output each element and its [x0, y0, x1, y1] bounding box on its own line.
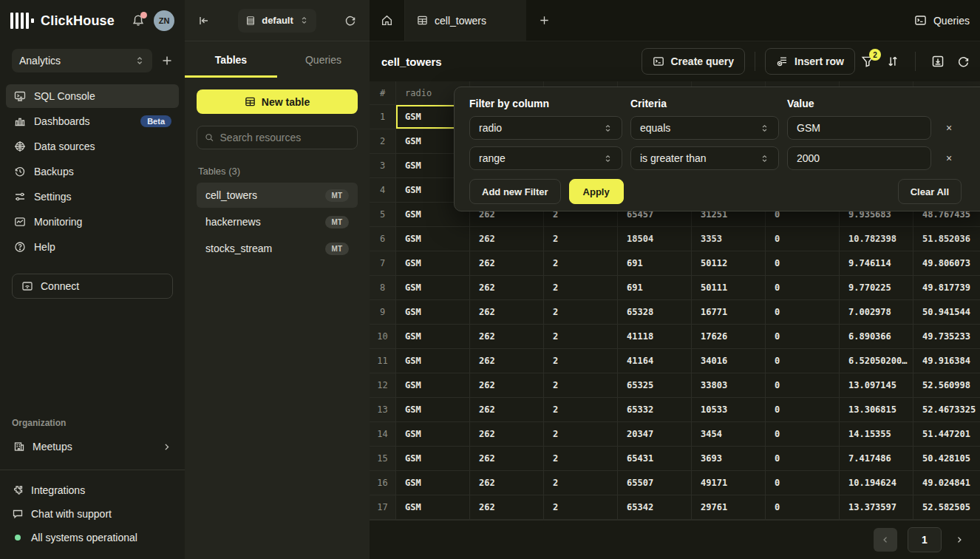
table-cell[interactable]: 18504 [618, 227, 692, 251]
table-cell[interactable]: 3454 [692, 422, 766, 446]
table-cell[interactable]: GSM [396, 251, 470, 275]
table-cell[interactable]: 51.447201 [913, 422, 980, 446]
insert-row-button[interactable]: Insert row [765, 48, 855, 75]
table-cell[interactable]: 52.560998 [913, 373, 980, 397]
table-cell[interactable]: GSM [396, 227, 470, 251]
table-cell[interactable]: 262 [470, 447, 544, 470]
previous-page-button[interactable] [874, 528, 897, 552]
add-workspace-button[interactable] [161, 55, 173, 67]
table-cell[interactable]: 10.194624 [840, 471, 913, 495]
table-cell[interactable]: 20347 [618, 422, 692, 446]
sidebar-item-backups[interactable]: Backups [6, 160, 179, 183]
table-cell[interactable]: 262 [470, 373, 544, 397]
new-tab-button[interactable] [526, 0, 562, 41]
filter-column-select[interactable]: radio [469, 116, 622, 140]
table-cell[interactable]: GSM [396, 495, 470, 519]
table-cell[interactable]: 2 [544, 398, 618, 421]
table-cell[interactable]: 49171 [692, 471, 766, 495]
table-cell[interactable]: GSM [396, 373, 470, 397]
table-cell[interactable]: 50.428105 [913, 447, 980, 470]
add-new-filter-button[interactable]: Add new Filter [469, 179, 561, 204]
table-cell[interactable]: 65328 [618, 300, 692, 324]
table-cell[interactable]: 7.002978 [840, 300, 913, 324]
table-cell[interactable]: 2 [544, 349, 618, 373]
table-cell[interactable]: 50.941544 [913, 300, 980, 324]
table-cell[interactable]: 49.916384 [913, 349, 980, 373]
table-cell[interactable]: 7.417486 [840, 447, 913, 470]
table-cell[interactable]: 262 [470, 471, 544, 495]
table-cell[interactable]: 0 [766, 276, 840, 299]
table-cell[interactable]: 0 [766, 300, 840, 324]
table-cell[interactable]: 2 [544, 495, 618, 519]
table-cell[interactable]: GSM [396, 349, 470, 373]
table-cell[interactable]: 0 [766, 471, 840, 495]
table-cell[interactable]: 2 [544, 251, 618, 275]
table-cell[interactable]: 51.852036 [913, 227, 980, 251]
table-cell[interactable]: 262 [470, 251, 544, 275]
table-cell[interactable]: 50112 [692, 251, 766, 275]
table-cell[interactable]: 0 [766, 325, 840, 348]
tab-queries[interactable]: Queries [277, 41, 370, 78]
table-cell[interactable]: 6.890366 [840, 325, 913, 348]
table-cell[interactable]: 262 [470, 398, 544, 421]
table-cell[interactable]: 13.097145 [840, 373, 913, 397]
table-cell[interactable]: 41164 [618, 349, 692, 373]
sidebar-item-data-sources[interactable]: Data sources [6, 135, 179, 158]
table-list-item-cell-towers[interactable]: cell_towers MT [197, 183, 358, 208]
table-cell[interactable]: 17626 [692, 325, 766, 348]
table-cell[interactable]: 262 [470, 325, 544, 348]
table-cell[interactable]: 13.306815 [840, 398, 913, 421]
table-cell[interactable]: 0 [766, 349, 840, 373]
sidebar-item-settings[interactable]: Settings [6, 185, 179, 209]
table-cell[interactable]: 2 [544, 373, 618, 397]
clear-all-filters-button[interactable]: Clear All [898, 179, 962, 204]
new-table-button[interactable]: New table [197, 89, 358, 114]
table-cell[interactable]: 29761 [692, 495, 766, 519]
next-page-button[interactable] [952, 535, 967, 544]
table-cell[interactable]: 2 [544, 422, 618, 446]
page-number[interactable]: 1 [908, 527, 942, 552]
table-cell[interactable]: 65431 [618, 447, 692, 470]
table-cell[interactable]: GSM [396, 447, 470, 470]
table-cell[interactable]: 2 [544, 276, 618, 299]
table-cell[interactable]: 691 [618, 276, 692, 299]
refresh-data-button[interactable] [950, 48, 976, 75]
table-cell[interactable]: 13.373597 [840, 495, 913, 519]
table-cell[interactable]: 49.817739 [913, 276, 980, 299]
avatar[interactable]: ZN [154, 10, 174, 31]
table-cell[interactable]: 65325 [618, 373, 692, 397]
apply-filters-button[interactable]: Apply [569, 179, 624, 204]
table-cell[interactable]: 0 [766, 227, 840, 251]
table-cell[interactable]: 262 [470, 495, 544, 519]
table-cell[interactable]: 65342 [618, 495, 692, 519]
filter-column-select[interactable]: range [469, 146, 622, 170]
table-cell[interactable]: 3353 [692, 227, 766, 251]
workspace-select[interactable]: Analytics [12, 49, 152, 72]
refresh-tables-button[interactable] [344, 15, 356, 27]
home-button[interactable] [370, 0, 405, 41]
table-cell[interactable]: GSM [396, 471, 470, 495]
table-cell[interactable]: 0 [766, 251, 840, 275]
table-cell[interactable]: 50111 [692, 276, 766, 299]
table-cell[interactable]: 0 [766, 422, 840, 446]
table-cell[interactable]: 2 [544, 471, 618, 495]
connect-button[interactable]: Connect [12, 274, 173, 299]
queries-button[interactable]: Queries [896, 0, 980, 41]
filter-criteria-select[interactable]: is greater than [630, 146, 779, 170]
table-cell[interactable]: 2 [544, 325, 618, 348]
table-cell[interactable]: GSM [396, 300, 470, 324]
sidebar-item-sql-console[interactable]: SQL Console [6, 84, 179, 108]
filter-value-input[interactable] [787, 116, 931, 140]
table-cell[interactable]: 6.52050200… [840, 349, 913, 373]
table-cell[interactable]: 9.770225 [840, 276, 913, 299]
sidebar-item-monitoring[interactable]: Monitoring [6, 210, 179, 234]
download-button[interactable] [925, 48, 950, 75]
table-cell[interactable]: 691 [618, 251, 692, 275]
table-cell[interactable]: 2 [544, 300, 618, 324]
table-cell[interactable]: 49.024841 [913, 471, 980, 495]
sidebar-item-dashboards[interactable]: Dashboards Beta [6, 109, 179, 133]
table-cell[interactable]: 9.746114 [840, 251, 913, 275]
sidebar-item-help[interactable]: Help [6, 235, 179, 259]
table-cell[interactable]: 262 [470, 227, 544, 251]
remove-filter-button[interactable]: × [939, 149, 959, 168]
